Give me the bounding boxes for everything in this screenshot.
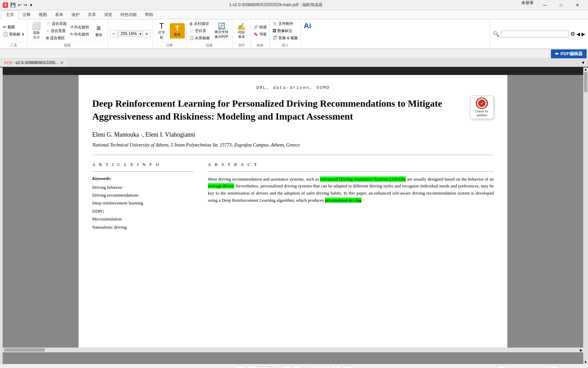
insert-section-label: 插入 xyxy=(271,42,299,48)
main-area: ✓ Check for updates DRL, data-driven, SU… xyxy=(0,67,588,364)
minimize-button[interactable]: — xyxy=(537,0,553,10)
tab-form[interactable]: 表单 xyxy=(51,10,67,19)
protect-section-label: 保护 xyxy=(234,42,249,48)
maximize-button[interactable]: □ xyxy=(553,0,569,10)
zoom-out-btn[interactable]: − xyxy=(496,366,506,368)
save-icon[interactable]: 💾 xyxy=(10,2,16,7)
pdf-content-wrapper: ✓ Check for updates DRL, data-driven, SU… xyxy=(3,67,583,364)
v-scrollbar-thumb[interactable] xyxy=(584,72,587,92)
two-page-button[interactable]: 📑 xyxy=(331,366,341,368)
two-page-cont-button[interactable]: 📚 xyxy=(342,366,352,368)
ribbon: 主页 注释 视图 表单 保护 共享 浏览 特色功能 帮助 ✂ 截图 📋 剪贴板 xyxy=(0,10,588,49)
search-input[interactable] xyxy=(503,32,567,36)
forward-icon[interactable]: ▶ xyxy=(582,31,585,37)
page-number-input[interactable] xyxy=(258,367,272,368)
tab-help[interactable]: 帮助 xyxy=(141,10,157,19)
zoom-in-btn[interactable]: + xyxy=(550,366,559,368)
login-label[interactable]: 未登录 xyxy=(519,0,536,10)
zoom-dropdown-arrow[interactable]: ▾ xyxy=(139,32,142,36)
convert-to-pdf-button[interactable]: 🔄 将文件转换为PDF xyxy=(212,21,231,41)
h-scrollbar-thumb[interactable] xyxy=(4,348,45,352)
next-page-button[interactable]: ▶ xyxy=(281,366,291,368)
vertical-scrollbar[interactable]: ▲ ▼ xyxy=(583,67,588,364)
blank-page-button[interactable]: 📄 空白页 xyxy=(188,28,211,34)
fit-page-button[interactable]: 📄 适合页面 xyxy=(45,20,68,27)
sign-icon: ✍ xyxy=(237,22,246,31)
protect-section: ✍ PDF签名 保护 xyxy=(233,19,251,48)
insert-section: 📎 文件附件 🖼 图像标注 🎵 音频 & 视频 插入 xyxy=(270,19,301,48)
audio-video-icon: 🎵 xyxy=(273,36,277,40)
customize-icon[interactable]: ▼ xyxy=(29,3,33,7)
first-page-button[interactable]: ⏮ xyxy=(236,366,246,368)
scroll-down-arrow[interactable]: ▼ xyxy=(583,360,588,364)
tab-share[interactable]: 共享 xyxy=(84,10,100,19)
audio-video-button[interactable]: 🎵 音频 & 视频 xyxy=(271,35,299,41)
zoom-in-button[interactable]: + xyxy=(143,30,150,37)
rotate-left-button[interactable]: ↺ 向左旋转 xyxy=(69,24,91,30)
file-attach-button[interactable]: 📎 文件附件 xyxy=(271,20,299,27)
check-updates-checkmark: ✓ xyxy=(480,101,484,106)
settings-icon[interactable]: ⚙ xyxy=(570,31,575,37)
typewriter-icon: T xyxy=(159,21,164,30)
tab-protect[interactable]: 保护 xyxy=(67,10,84,19)
tab-annotate[interactable]: 注释 xyxy=(18,10,35,19)
check-updates-inner: ✓ xyxy=(477,98,487,108)
image-annot-button[interactable]: 🖼 图像标注 xyxy=(271,28,299,34)
pdf-sign-button[interactable]: ✍ PDF签名 xyxy=(234,21,249,41)
doc-tab[interactable]: PDF -s2.0-S0968090X2200... ✕ xyxy=(0,59,68,67)
fit-width-button[interactable]: ↔ 适合宽度 xyxy=(45,28,68,34)
screenshot-button[interactable]: ✂ 截图 xyxy=(1,24,26,30)
pdf-editor-icon: ✏ xyxy=(555,51,559,57)
from-clipboard-button[interactable]: 📋 从剪贴板 xyxy=(188,35,211,41)
pdf-editor-button[interactable]: ✏ PDF编辑器 xyxy=(551,49,587,58)
clipboard-button[interactable]: 📋 剪贴板 ▼ xyxy=(1,31,26,37)
bookmark-button[interactable]: 🔖 书签 xyxy=(252,31,268,37)
pdf-page: ✓ Check for updates DRL, data-driven, SU… xyxy=(79,75,507,348)
check-updates-badge[interactable]: ✓ Check for updates xyxy=(470,95,497,119)
last-page-button[interactable]: ⏭ xyxy=(292,366,301,368)
link-section-label: 链接 xyxy=(252,42,268,48)
doc-tab-filename: -s2.0-S0968090X2200... xyxy=(14,60,59,65)
rotate-right-button[interactable]: ↻ 向右旋转 xyxy=(69,31,91,37)
fit-actual-button[interactable]: ⬜ 实际大小 xyxy=(29,20,44,41)
prev-page-button[interactable]: ◀ xyxy=(247,366,257,368)
fit-view-button[interactable]: ⊞ 适合视区 xyxy=(45,35,68,41)
close-button[interactable]: ✕ xyxy=(570,0,585,10)
typewriter-button[interactable]: T 打字机 xyxy=(154,20,169,41)
scroll-right-arrow[interactable]: ▶ xyxy=(580,348,583,352)
tab-features[interactable]: 特色功能 xyxy=(116,10,141,19)
tab-view[interactable]: 视图 xyxy=(35,10,51,19)
single-page-button[interactable]: 📄 xyxy=(310,366,319,368)
bottom-toolbar: ⏮ ◀ / 18 ▶ ⏭ 📄 📃 📑 📚 − + 255.16% ▼ xyxy=(0,364,588,368)
scan-button[interactable]: 🖨 从扫描仪 xyxy=(188,20,211,27)
clipboard-arrow[interactable]: ▼ xyxy=(21,33,24,36)
window-controls: 未登录 — □ ✕ xyxy=(519,0,585,10)
back-icon[interactable]: ◀ xyxy=(576,31,580,37)
link-section: 🔗 链接 🔖 书签 链接 xyxy=(251,19,270,48)
tab-dropdown-button[interactable]: ▼ xyxy=(578,59,588,66)
undo-icon[interactable]: ↩ xyxy=(18,2,21,7)
continuous-page-button[interactable]: 📃 xyxy=(321,366,330,368)
ai-label[interactable]: Ai xyxy=(304,21,311,30)
tab-home[interactable]: 主页 xyxy=(1,10,18,19)
tab-browse[interactable]: 浏览 xyxy=(100,10,116,19)
scroll-up-arrow[interactable]: ▲ xyxy=(583,67,588,71)
link-button[interactable]: 🔗 链接 xyxy=(252,24,268,30)
reflow-button[interactable]: ≡ 重排 xyxy=(91,22,106,39)
screenshot-icon: ✂ xyxy=(3,25,6,30)
clipboard-section: ✂ 截图 📋 剪贴板 ▼ 工具 xyxy=(0,19,28,48)
from-clipboard-icon: 📋 xyxy=(189,36,194,40)
horizontal-scrollbar[interactable]: ▶ xyxy=(3,348,583,352)
doc-tab-close-button[interactable]: ✕ xyxy=(60,60,64,65)
zoom-section-label xyxy=(110,38,150,40)
zoom-out-button[interactable]: − xyxy=(110,30,117,37)
clipboard-section-label: 工具 xyxy=(1,42,26,48)
zoom-input[interactable] xyxy=(118,31,139,36)
pdf-editor-row: ✏ PDF编辑器 xyxy=(0,49,588,59)
redo-icon[interactable]: ↪ xyxy=(23,2,27,7)
keyword-item: Deep reinforcement learning xyxy=(92,199,194,207)
create-section-label: 创建 xyxy=(188,42,231,48)
highlight-button[interactable]: T 高亮 xyxy=(170,23,185,39)
pdf-icon: PDF xyxy=(4,60,13,65)
search-ribbon-icon[interactable]: 🔍 xyxy=(493,31,500,37)
